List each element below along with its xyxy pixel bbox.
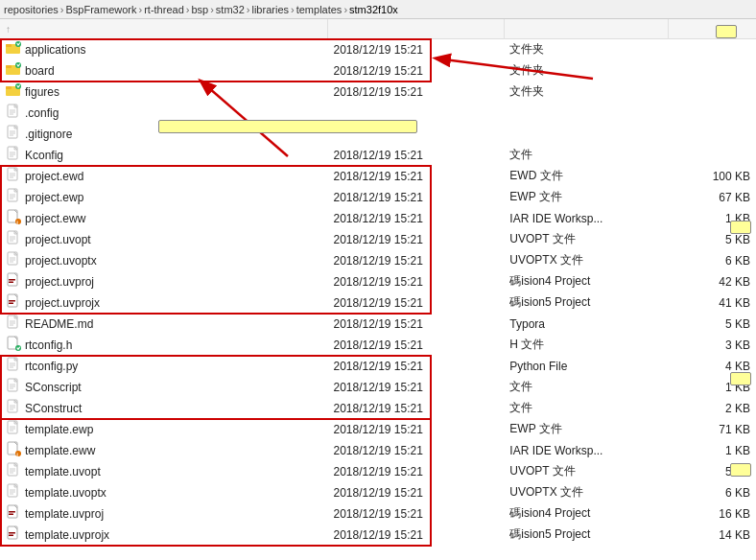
file-icon: [6, 483, 21, 502]
file-size: 71 KB: [668, 419, 756, 440]
table-row[interactable]: template.uvopt2018/12/19 15:21UVOPT 文件5 …: [0, 461, 756, 482]
file-name-text: project.uvopt: [25, 233, 91, 246]
file-date: 2018/12/19 15:21: [327, 208, 504, 229]
file-name-text: template.uvprojx: [25, 528, 109, 542]
file-icon: [6, 125, 21, 143]
file-date: 2018/12/19 15:21: [327, 229, 504, 250]
breadcrumb-item[interactable]: bsp: [191, 4, 208, 15]
file-type: 文件夹: [504, 60, 668, 82]
table-row[interactable]: template.uvoptx2018/12/19 15:21UVOPTX 文件…: [0, 482, 756, 503]
file-icon: [6, 420, 21, 438]
file-icon: [6, 40, 21, 58]
col-header-date[interactable]: [327, 19, 504, 39]
file-icon: [6, 251, 21, 269]
table-row[interactable]: Kconfig2018/12/19 15:21文件: [0, 145, 756, 166]
table-row[interactable]: applications2018/12/19 15:21文件夹: [0, 39, 756, 60]
file-name-cell: i template.eww: [0, 440, 327, 461]
file-name-cell: project.ewp: [0, 187, 327, 208]
file-type: EWP 文件: [504, 187, 668, 208]
table-row[interactable]: project.uvproj2018/12/19 15:21碼ision4 Pr…: [0, 271, 756, 292]
file-type: IAR IDE Worksp...: [504, 208, 668, 229]
table-row[interactable]: template.ewp2018/12/19 15:21EWP 文件71 KB: [0, 419, 756, 440]
svg-rect-46: [9, 300, 15, 302]
file-date: 2018/12/19 15:21: [327, 440, 504, 461]
table-row[interactable]: project.uvprojx2018/12/19 15:21碼ision5 P…: [0, 292, 756, 314]
breadcrumb-item[interactable]: stm32: [216, 4, 245, 15]
callout-mdk1: [730, 221, 751, 234]
breadcrumb-item[interactable]: repositories: [4, 4, 59, 15]
table-row[interactable]: board2018/12/19 15:21文件夹: [0, 60, 756, 82]
file-icon: [6, 230, 21, 248]
callout-board: [158, 120, 417, 133]
file-type: 文件: [504, 398, 668, 419]
file-date: 2018/12/19 15:21: [327, 398, 504, 419]
table-row[interactable]: rtconfig.py2018/12/19 15:21Python File4 …: [0, 356, 756, 377]
file-icon: [6, 61, 21, 80]
table-row[interactable]: rtconfig.h2018/12/19 15:21H 文件3 KB: [0, 335, 756, 356]
file-name-cell: rtconfig.py: [0, 356, 327, 377]
file-name-cell: template.uvopt: [0, 461, 327, 482]
file-size: 67 KB: [668, 187, 756, 208]
file-type: 碼ision4 Project: [504, 503, 668, 525]
file-name-text: Kconfig: [25, 149, 63, 162]
file-type: H 文件: [504, 335, 668, 356]
table-row[interactable]: SConstruct2018/12/19 15:21文件2 KB: [0, 398, 756, 419]
file-date: 2018/12/19 15:21: [327, 314, 504, 335]
file-name-cell: project.uvopt: [0, 229, 327, 250]
breadcrumb-item[interactable]: templates: [296, 4, 343, 15]
file-name-cell: board: [0, 60, 327, 82]
file-size: [668, 60, 756, 82]
file-name-text: applications: [25, 43, 85, 57]
col-header-name[interactable]: [0, 19, 327, 39]
file-name-cell: project.ewd: [0, 166, 327, 187]
table-row[interactable]: SConscript2018/12/19 15:21文件1 KB: [0, 377, 756, 398]
file-size: [668, 124, 756, 145]
col-header-size[interactable]: [668, 19, 756, 39]
file-name-text: project.uvproj: [25, 275, 94, 289]
file-name-text: template.uvoptx: [25, 486, 106, 500]
file-name-cell: template.uvproj: [0, 503, 327, 525]
breadcrumb-item[interactable]: rt-thread: [144, 4, 184, 15]
file-name-text: .gitignore: [25, 128, 72, 141]
file-name-text: template.ewp: [25, 423, 93, 436]
file-type: [504, 103, 668, 124]
col-header-type[interactable]: [504, 19, 668, 39]
table-row[interactable]: figures2018/12/19 15:21文件夹: [0, 82, 756, 103]
file-name-cell: project.uvprojx: [0, 292, 327, 314]
table-row[interactable]: project.ewd2018/12/19 15:21EWD 文件100 KB: [0, 166, 756, 187]
svg-rect-3: [6, 44, 12, 47]
table-row[interactable]: project.uvopt2018/12/19 15:21UVOPT 文件5 K…: [0, 229, 756, 250]
breadcrumb-item[interactable]: libraries: [251, 4, 289, 15]
file-date: 2018/12/19 15:21: [327, 377, 504, 398]
table-row[interactable]: project.uvoptx2018/12/19 15:21UVOPTX 文件6…: [0, 250, 756, 271]
table-row[interactable]: template.uvproj2018/12/19 15:21碼ision4 P…: [0, 503, 756, 525]
file-name-cell: template.uvoptx: [0, 482, 327, 503]
file-date: 2018/12/19 15:21: [327, 482, 504, 503]
table-row[interactable]: i project.eww2018/12/19 15:21IAR IDE Wor…: [0, 208, 756, 229]
table-row[interactable]: template.uvprojx2018/12/19 15:21碼ision5 …: [0, 525, 756, 546]
table-row[interactable]: README.md2018/12/19 15:21Typora5 KB: [0, 314, 756, 335]
file-name-cell: SConscript: [0, 377, 327, 398]
file-icon: [6, 378, 21, 396]
file-name-text: template.uvopt: [25, 465, 101, 478]
file-name-text: project.eww: [25, 212, 85, 225]
svg-rect-9: [6, 86, 12, 89]
file-type: UVOPTX 文件: [504, 482, 668, 503]
svg-rect-86: [9, 535, 13, 537]
file-name-text: template.uvproj: [25, 507, 104, 521]
file-name-cell: template.uvprojx: [0, 525, 327, 546]
file-date: 2018/12/19 15:21: [327, 461, 504, 482]
file-size: [668, 82, 756, 103]
file-type: EWP 文件: [504, 419, 668, 440]
file-icon: [6, 146, 21, 164]
file-date: 2018/12/19 15:21: [327, 292, 504, 314]
breadcrumb-item-current[interactable]: stm32f10x: [349, 4, 398, 15]
table-row[interactable]: project.ewp2018/12/19 15:21EWP 文件67 KB: [0, 187, 756, 208]
file-type: 文件夹: [504, 39, 668, 60]
file-icon: i: [6, 209, 21, 227]
file-type: UVOPTX 文件: [504, 250, 668, 271]
table-row[interactable]: i template.eww2018/12/19 15:21IAR IDE Wo…: [0, 440, 756, 461]
file-name-text: board: [25, 64, 55, 78]
file-size: 100 KB: [668, 166, 756, 187]
breadcrumb-item[interactable]: BspFramework: [66, 4, 137, 15]
